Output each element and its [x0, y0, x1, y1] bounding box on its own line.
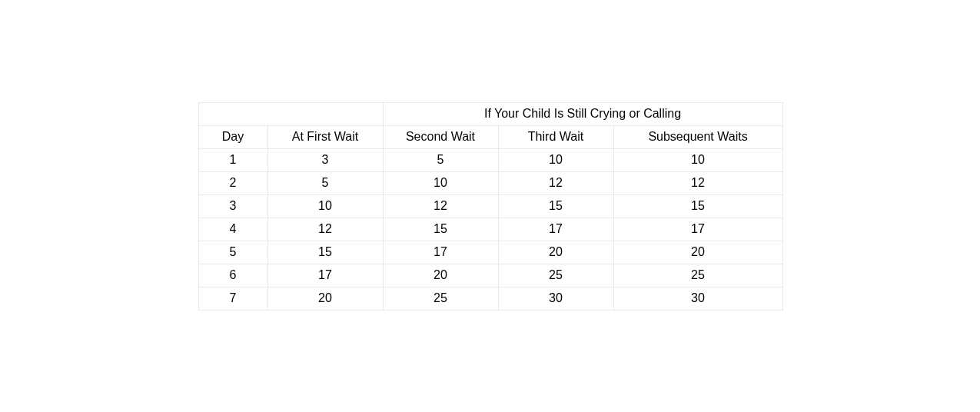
cell-subsequent-waits: 20	[613, 241, 782, 264]
cell-first-wait: 10	[267, 194, 383, 218]
cell-third-wait: 10	[498, 148, 613, 171]
table-header-row-2: Day At First Wait Second Wait Third Wait…	[198, 125, 782, 148]
cell-subsequent-waits: 25	[613, 264, 782, 287]
table-body: 1 3 5 10 10 2 5 10 12 12 3 10 12 15 15	[198, 148, 782, 310]
column-header-third-wait: Third Wait	[498, 125, 613, 148]
cell-first-wait: 15	[267, 241, 383, 264]
column-header-day: Day	[198, 125, 267, 148]
wait-times-table: If Your Child Is Still Crying or Calling…	[198, 102, 783, 311]
cell-third-wait: 30	[498, 287, 613, 310]
cell-day: 4	[198, 218, 267, 241]
cell-day: 1	[198, 148, 267, 171]
cell-third-wait: 17	[498, 218, 613, 241]
wait-times-table-container: If Your Child Is Still Crying or Calling…	[198, 102, 782, 311]
cell-third-wait: 25	[498, 264, 613, 287]
cell-day: 5	[198, 241, 267, 264]
cell-second-wait: 10	[383, 171, 498, 194]
cell-first-wait: 17	[267, 264, 383, 287]
table-row: 4 12 15 17 17	[198, 218, 782, 241]
table-row: 3 10 12 15 15	[198, 194, 782, 218]
cell-day: 2	[198, 171, 267, 194]
cell-third-wait: 20	[498, 241, 613, 264]
cell-first-wait: 20	[267, 287, 383, 310]
table-header-row-1: If Your Child Is Still Crying or Calling	[198, 102, 782, 125]
cell-third-wait: 15	[498, 194, 613, 218]
cell-second-wait: 20	[383, 264, 498, 287]
cell-first-wait: 12	[267, 218, 383, 241]
cell-second-wait: 15	[383, 218, 498, 241]
cell-day: 6	[198, 264, 267, 287]
table-row: 5 15 17 20 20	[198, 241, 782, 264]
cell-first-wait: 5	[267, 171, 383, 194]
table-row: 1 3 5 10 10	[198, 148, 782, 171]
table-row: 6 17 20 25 25	[198, 264, 782, 287]
cell-third-wait: 12	[498, 171, 613, 194]
blank-header-cell	[198, 102, 383, 125]
table-row: 7 20 25 30 30	[198, 287, 782, 310]
cell-subsequent-waits: 30	[613, 287, 782, 310]
cell-day: 3	[198, 194, 267, 218]
cell-day: 7	[198, 287, 267, 310]
cell-second-wait: 25	[383, 287, 498, 310]
cell-subsequent-waits: 10	[613, 148, 782, 171]
cell-subsequent-waits: 15	[613, 194, 782, 218]
cell-second-wait: 12	[383, 194, 498, 218]
cell-second-wait: 5	[383, 148, 498, 171]
merged-header-cell: If Your Child Is Still Crying or Calling	[383, 102, 782, 125]
cell-first-wait: 3	[267, 148, 383, 171]
cell-subsequent-waits: 12	[613, 171, 782, 194]
cell-second-wait: 17	[383, 241, 498, 264]
table-row: 2 5 10 12 12	[198, 171, 782, 194]
cell-subsequent-waits: 17	[613, 218, 782, 241]
column-header-first-wait: At First Wait	[267, 125, 383, 148]
column-header-second-wait: Second Wait	[383, 125, 498, 148]
column-header-subsequent-waits: Subsequent Waits	[613, 125, 782, 148]
